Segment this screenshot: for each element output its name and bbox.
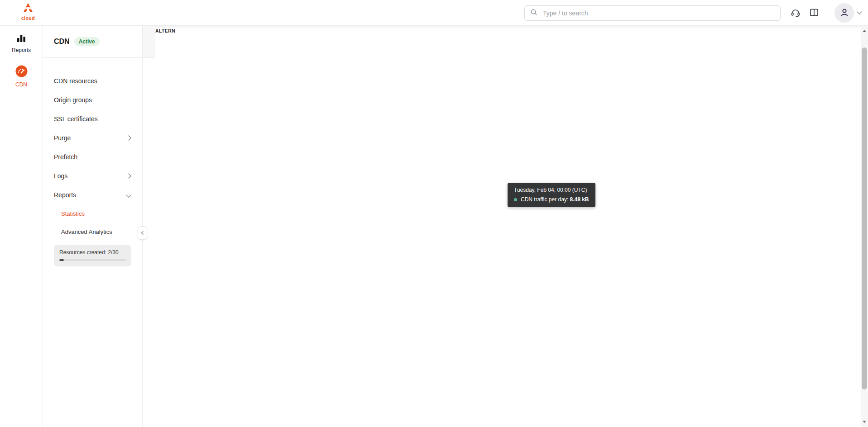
scrollbar-thumb[interactable] xyxy=(862,47,867,389)
global-search xyxy=(524,5,781,21)
resources-quota-label: Resources created: 2/30 xyxy=(59,249,126,256)
header-divider xyxy=(827,7,827,19)
tooltip-value: 8.48 kB xyxy=(570,196,589,203)
tooltip-series-row: CDN traffic per day: 8.48 kB xyxy=(514,196,589,203)
brand-logo[interactable]: ALTERNcloud xyxy=(13,2,43,21)
person-icon xyxy=(839,7,850,19)
page-scrollbar[interactable] xyxy=(861,26,868,427)
sidebar-item-cdn-resources[interactable]: CDN resources xyxy=(43,71,142,90)
sidebar-item-origin-groups[interactable]: Origin groups xyxy=(43,90,142,109)
user-avatar[interactable] xyxy=(834,3,854,23)
resources-quota-box: Resources created: 2/30 xyxy=(54,245,131,266)
rail-item-reports[interactable]: Reports xyxy=(0,34,43,53)
sidebar-collapse-button[interactable] xyxy=(138,226,147,240)
series-marker-dot xyxy=(514,198,517,201)
sidebar-subitem-statistics[interactable]: Statistics xyxy=(43,204,142,223)
sidebar-item-ssl-certificates[interactable]: SSL certificates xyxy=(43,109,142,128)
sidebar-item-purge[interactable]: Purge xyxy=(43,128,142,147)
gauge-icon xyxy=(15,65,28,79)
sidebar-title: CDN xyxy=(54,38,70,46)
sidebar-subitem-advanced-analytics[interactable]: Advanced Analytics xyxy=(43,223,142,241)
top-header: ALTERNcloud xyxy=(0,0,868,26)
cdn-sidebar: CDN Active CDN resources Origin groups S… xyxy=(43,26,143,427)
resources-progress-fill xyxy=(59,259,64,261)
brand-logo-text: ALTERNcloud xyxy=(21,15,35,21)
chevron-right-icon xyxy=(126,173,131,178)
chevron-down-icon xyxy=(126,192,131,197)
documentation-book-icon[interactable] xyxy=(809,7,820,18)
product-rail: Reports CDN xyxy=(0,26,43,427)
bar-chart-icon xyxy=(16,34,26,45)
sidebar-item-prefetch[interactable]: Prefetch xyxy=(43,147,142,166)
rail-item-cdn[interactable]: CDN xyxy=(0,65,43,88)
sidebar-header: CDN Active xyxy=(43,26,142,58)
screen: ALTERNcloud xyxy=(0,0,868,427)
tooltip-date: Tuesday, Feb 04, 00:00 (UTC) xyxy=(514,187,589,193)
sidebar-item-logs[interactable]: Logs xyxy=(43,166,142,185)
chevron-left-icon xyxy=(141,231,145,235)
brand-logo-icon xyxy=(23,2,34,15)
support-headset-icon[interactable] xyxy=(790,7,801,18)
user-menu-chevron-icon[interactable] xyxy=(857,9,862,14)
chevron-right-icon xyxy=(126,135,131,140)
sidebar-item-reports[interactable]: Reports xyxy=(43,185,142,204)
chart-tooltip: Tuesday, Feb 04, 00:00 (UTC) CDN traffic… xyxy=(508,183,595,207)
rail-item-label: CDN xyxy=(15,81,27,88)
search-input[interactable] xyxy=(542,9,775,17)
sidebar-nav: CDN resources Origin groups SSL certific… xyxy=(43,58,142,266)
rail-item-label: Reports xyxy=(12,47,31,53)
resources-progress-track xyxy=(59,259,126,261)
status-badge: Active xyxy=(74,37,100,46)
scroll-down-arrow-icon[interactable] xyxy=(863,421,866,423)
scroll-up-arrow-icon[interactable] xyxy=(863,30,866,32)
search-icon xyxy=(530,9,537,18)
